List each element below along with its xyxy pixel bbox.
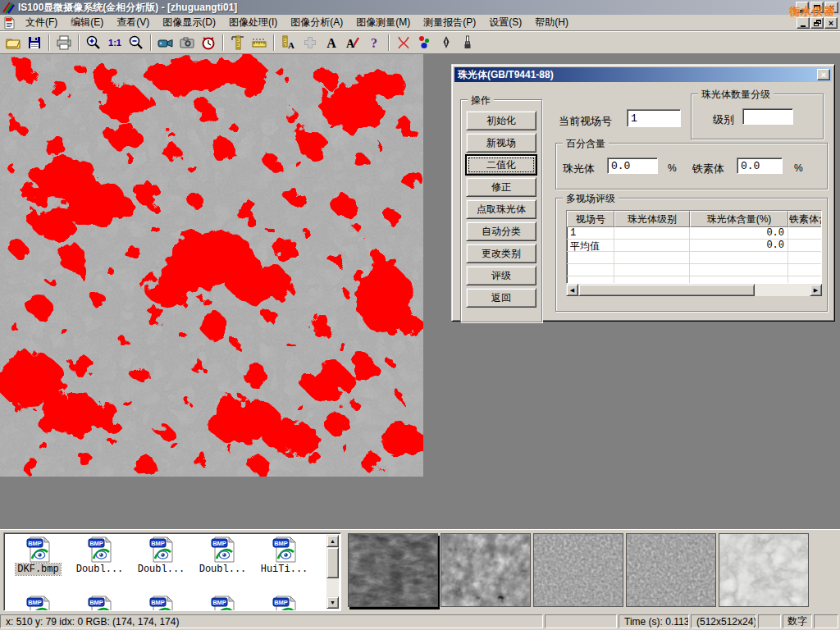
file-item[interactable]	[130, 596, 192, 611]
save-button[interactable]	[24, 33, 45, 52]
open-button[interactable]	[2, 33, 24, 52]
binarize-button[interactable]: 二值化	[466, 155, 536, 175]
help-button[interactable]: ?	[363, 33, 385, 52]
video-capture-button[interactable]	[155, 33, 176, 52]
menu-settings[interactable]: 设置(S)	[482, 14, 528, 32]
scrollbar-thumb[interactable]	[326, 547, 339, 578]
table-row[interactable]: 1 0.0	[567, 227, 821, 240]
new-field-button[interactable]: 新视场	[466, 133, 536, 153]
dialog-title-bar[interactable]: 珠光体(GB/T9441-88) ×	[454, 67, 832, 82]
brush-tool-button[interactable]	[457, 33, 478, 52]
file-item[interactable]: Doubl...	[130, 536, 192, 575]
sample-thumbnail-4[interactable]	[626, 533, 716, 607]
text-button[interactable]: A	[321, 33, 342, 52]
file-list[interactable]: DKF.bmp Doubl... Doubl... Doubl... HuiTi…	[3, 532, 341, 611]
ferrite-percent-input[interactable]	[737, 158, 783, 174]
sample-thumbnail-5[interactable]	[719, 533, 809, 607]
dialog-close-button[interactable]: ×	[817, 69, 830, 80]
actual-size-button[interactable]: 1:1	[104, 33, 126, 52]
caliper-button[interactable]	[227, 33, 249, 52]
menu-help[interactable]: 帮助(H)	[528, 14, 575, 32]
measure-text-button[interactable]: A	[278, 33, 299, 52]
maximize-button[interactable]	[810, 2, 824, 13]
curve-tool-button[interactable]	[393, 33, 414, 52]
pearlite-percent-input[interactable]	[607, 158, 658, 174]
count-tool-button[interactable]	[414, 33, 436, 52]
current-view-input[interactable]	[627, 109, 681, 127]
brush-tool-icon	[459, 34, 476, 51]
toolbar-separator	[150, 34, 152, 51]
rating-group: 多视场评级 视场号 珠光体级别 珠光体含量(%) 铁素体含量(%) 1 0.0	[555, 198, 828, 312]
pattern-button[interactable]	[299, 33, 321, 52]
toolbar-separator	[273, 34, 275, 51]
header-ferrite-content[interactable]: 铁素体含量(%)	[788, 211, 822, 227]
sample-thumbnail-2[interactable]	[441, 533, 531, 607]
file-item[interactable]	[69, 596, 130, 611]
zoom-out-button[interactable]	[126, 33, 147, 52]
return-button[interactable]: 返回	[466, 288, 536, 308]
auto-classify-button[interactable]: 自动分类	[466, 221, 536, 241]
header-pearlite-grade[interactable]: 珠光体级别	[614, 211, 690, 227]
save-icon	[26, 34, 43, 51]
mdi-close-button[interactable]: ×	[824, 17, 838, 29]
file-name[interactable]: HuiTi...	[259, 564, 310, 575]
file-name[interactable]: Doubl...	[136, 564, 187, 575]
menu-image-measure[interactable]: 图像测量(M)	[349, 14, 417, 32]
scrollbar-thumb[interactable]	[578, 284, 755, 296]
print-button[interactable]	[53, 33, 75, 52]
file-name[interactable]: Doubl...	[75, 564, 126, 575]
header-pearlite-content[interactable]: 珠光体含量(%)	[690, 211, 788, 227]
correct-button[interactable]: 修正	[466, 177, 536, 197]
menu-image-display[interactable]: 图像显示(D)	[156, 14, 222, 32]
header-field-no[interactable]: 视场号	[567, 211, 614, 227]
pen-tool-button[interactable]	[436, 33, 457, 52]
menu-edit[interactable]: 编辑(E)	[64, 14, 110, 32]
sample-thumbnail-1[interactable]	[348, 533, 438, 607]
zoom-in-button[interactable]	[83, 33, 104, 52]
close-icon: ×	[829, 3, 834, 12]
rating-table[interactable]: 视场号 珠光体级别 珠光体含量(%) 铁素体含量(%) 1 0.0	[566, 210, 822, 284]
file-item[interactable]: Doubl...	[69, 536, 130, 575]
edit-text-button[interactable]: A	[342, 33, 363, 52]
mdi-restore-button[interactable]	[810, 17, 824, 29]
sample-thumbnail-3[interactable]	[533, 533, 623, 607]
file-item[interactable]	[192, 596, 253, 611]
menu-report[interactable]: 测量报告(P)	[417, 14, 482, 32]
file-item[interactable]	[7, 596, 69, 611]
dialog-close-icon: ×	[821, 71, 826, 80]
bmp-file-icon	[88, 596, 112, 611]
help-icon: ?	[366, 34, 382, 51]
micrograph-image[interactable]	[0, 54, 423, 477]
menu-image-analysis[interactable]: 图像分析(A)	[284, 14, 349, 32]
file-item[interactable]	[253, 596, 315, 611]
menu-bar: 文件(F) 编辑(E) 查看(V) 图像显示(D) 图像处理(I) 图像分析(A…	[0, 15, 840, 31]
table-horizontal-scrollbar[interactable]: ◀ ▶	[566, 284, 822, 296]
table-row[interactable]: 平均值 0.0	[567, 240, 821, 252]
timer-button[interactable]	[198, 33, 219, 52]
toolbar-separator	[222, 34, 224, 51]
scroll-left-button[interactable]: ◀	[566, 284, 578, 296]
file-item[interactable]: HuiTi...	[253, 536, 315, 575]
file-item[interactable]: Doubl...	[192, 536, 253, 575]
menu-image-processing[interactable]: 图像处理(I)	[222, 14, 284, 32]
ruler-button[interactable]	[249, 33, 270, 52]
rate-button[interactable]: 评级	[466, 266, 536, 285]
mdi-minimize-button[interactable]	[797, 17, 810, 29]
menu-file[interactable]: 文件(F)	[19, 14, 64, 32]
scroll-down-button[interactable]: ▼	[326, 596, 339, 609]
menu-view[interactable]: 查看(V)	[110, 14, 156, 32]
file-item[interactable]: DKF.bmp	[7, 536, 69, 575]
pick-pearlite-button[interactable]: 点取珠光体	[466, 199, 536, 219]
file-name[interactable]: Doubl...	[198, 564, 249, 575]
init-button[interactable]: 初始化	[466, 111, 536, 130]
title-bar[interactable]: IS100显微摄像系统(金相分析版) - [zhuguangti01] ×	[0, 0, 840, 15]
camera-capture-button[interactable]	[176, 33, 198, 52]
change-class-button[interactable]: 更改类别	[466, 244, 536, 263]
scroll-right-button[interactable]: ▶	[810, 284, 822, 296]
file-name[interactable]: DKF.bmp	[16, 564, 60, 575]
minimize-button[interactable]	[796, 2, 809, 13]
close-button[interactable]: ×	[825, 2, 838, 13]
grade-input[interactable]	[742, 108, 793, 125]
scroll-up-button[interactable]: ▲	[326, 535, 339, 547]
file-list-scrollbar[interactable]: ▲ ▼	[326, 535, 339, 609]
